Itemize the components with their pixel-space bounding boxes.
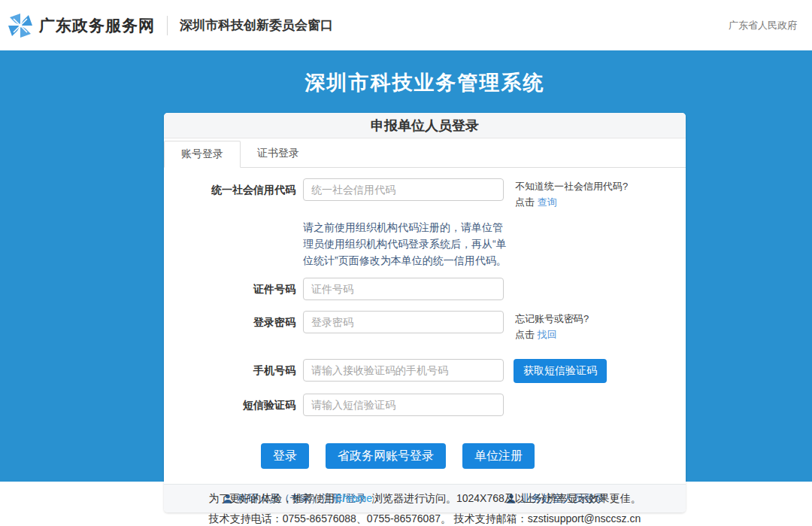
phone-label: 手机号码 [164,359,295,382]
chrome-link[interactable]: Chrome [335,492,372,504]
login-card: 申报单位人员登录 账号登录 证书登录 统一社会信用代码 不知道统一社会信用代码?… [164,113,686,512]
password-input[interactable] [303,311,504,333]
system-title: 深圳市科技业务管理系统 [19,69,812,96]
gdzwfw-pinwheel-logo-icon [8,13,33,38]
action-buttons: 登录 省政务网账号登录 单位注册 [261,443,686,469]
credit-code-label: 统一社会信用代码 [164,178,295,201]
password-label: 登录密码 [164,311,295,333]
credit-code-hint: 不知道统一社会信用代码? 点击 查询 [515,178,628,210]
sms-code-input[interactable] [303,394,504,416]
gov-portal-link[interactable]: 广东省人民政府 [729,19,797,32]
get-sms-code-button[interactable]: 获取短信验证码 [514,359,607,383]
tab-certificate-login[interactable]: 证书登录 [241,141,316,167]
recover-account-link[interactable]: 找回 [538,329,557,340]
browser-recommendation: 为了更好的体验，推荐使用Chrome浏览器进行访问。1024X768及以上分辨率… [19,492,812,506]
login-button[interactable]: 登录 [261,443,309,469]
sms-code-label: 短信验证码 [164,394,295,416]
header-divider [167,16,168,35]
password-hint: 忘记账号或密码? 点击 找回 [515,311,589,342]
window-name: 深圳市科技创新委员会窗口 [180,17,333,34]
card-title: 申报单位人员登录 [164,113,686,138]
site-name[interactable]: 广东政务服务网 [39,15,155,36]
top-header: 广东政务服务网 深圳市科技创新委员会窗口 广东省人民政府 [0,0,812,50]
tab-account-login[interactable]: 账号登录 [164,141,241,168]
unit-register-button[interactable]: 单位注册 [462,443,535,469]
id-number-label: 证件号码 [164,278,295,300]
query-credit-code-link[interactable]: 查询 [538,196,557,208]
login-form: 统一社会信用代码 不知道统一社会信用代码? 点击 查询 请之前使用组织机构代码注… [164,168,686,469]
blue-band: 深圳市科技业务管理系统 申报单位人员登录 账号登录 证书登录 统一社会信用代码 … [0,50,812,482]
provincial-account-login-button[interactable]: 省政务网账号登录 [326,443,446,469]
tech-support-info: 技术支持电话：0755-86576088、0755-86576087。 技术支持… [19,512,812,526]
login-tab-bar: 账号登录 证书登录 [164,138,686,168]
id-number-input[interactable] [303,278,504,300]
credit-code-note: 请之前使用组织机构代码注册的，请单位管理员使用组织机构代码登录系统后，再从“单位… [303,219,511,269]
credit-code-input[interactable] [303,178,504,201]
phone-input[interactable] [303,359,504,382]
page-footer: 为了更好的体验，推荐使用Chrome浏览器进行访问。1024X768及以上分辨率… [19,482,812,526]
